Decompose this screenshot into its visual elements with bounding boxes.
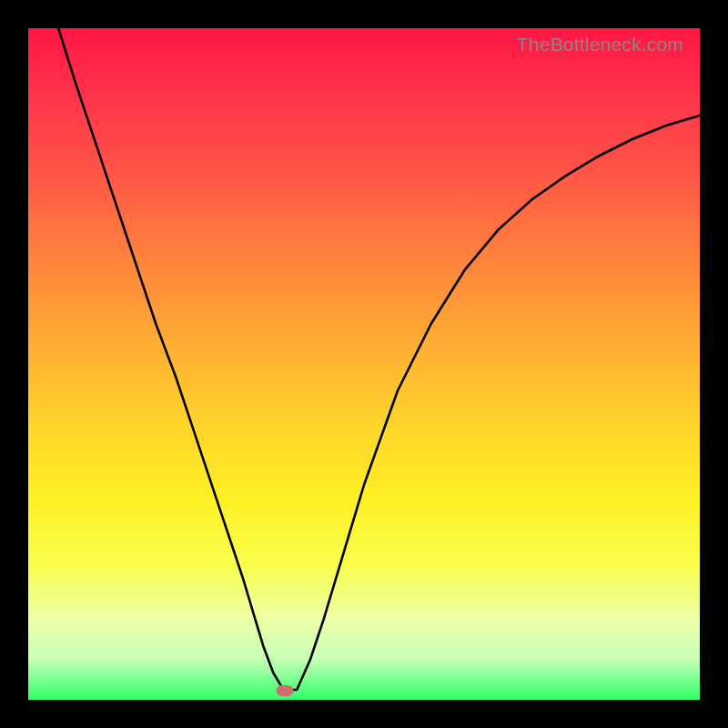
plot-area: TheBottleneck.com <box>28 28 700 700</box>
optimal-point-marker <box>276 685 293 696</box>
chart-frame: TheBottleneck.com <box>0 0 728 728</box>
bottleneck-curve <box>28 28 700 700</box>
